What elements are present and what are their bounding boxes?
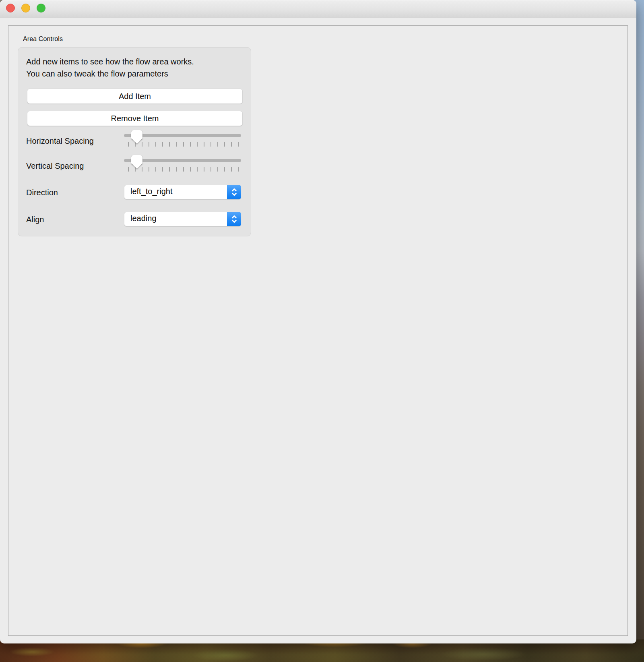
description-text: Add new items to see how the flow area w… <box>26 56 247 80</box>
slider-thumb[interactable] <box>131 130 142 139</box>
chevron-up-down-icon <box>227 212 241 226</box>
direction-select-value: left_to_right <box>130 187 173 196</box>
vertical-spacing-label: Vertical Spacing <box>26 161 84 171</box>
slider-ticks <box>128 142 239 147</box>
direction-label: Direction <box>26 188 58 197</box>
area-controls-groupbox: Add new items to see how the flow area w… <box>18 47 251 236</box>
slider-thumb[interactable] <box>131 155 142 164</box>
close-button[interactable] <box>6 4 15 12</box>
align-select[interactable]: leading <box>124 212 241 226</box>
vertical-spacing-slider[interactable] <box>124 153 241 172</box>
align-select-value: leading <box>130 214 157 223</box>
remove-item-button[interactable]: Remove Item <box>27 111 243 126</box>
chevron-up-down-icon <box>227 185 241 199</box>
horizontal-spacing-label: Horizontal Spacing <box>26 137 94 146</box>
description-line-1: Add new items to see how the flow area w… <box>26 56 247 68</box>
panel-title: Area Controls <box>23 35 63 43</box>
window-titlebar[interactable] <box>0 0 636 18</box>
direction-select[interactable]: left_to_right <box>124 185 241 199</box>
app-window: Area Controls Add new items to see how t… <box>0 0 636 643</box>
slider-ticks <box>128 167 239 172</box>
align-label: Align <box>26 215 44 224</box>
add-item-button[interactable]: Add Item <box>27 89 243 104</box>
description-line-2: You can also tweak the flow parameters <box>26 68 247 80</box>
zoom-button[interactable] <box>37 4 45 12</box>
horizontal-spacing-slider[interactable] <box>124 128 241 147</box>
traffic-lights <box>6 4 45 12</box>
minimize-button[interactable] <box>21 4 30 12</box>
